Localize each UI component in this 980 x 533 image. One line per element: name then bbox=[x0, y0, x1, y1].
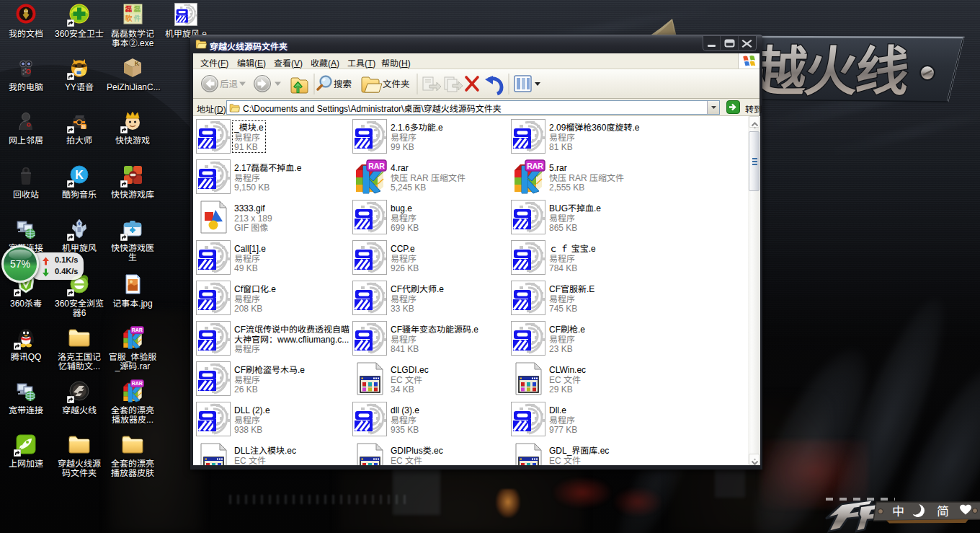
svg-text:中: 中 bbox=[892, 501, 904, 519]
svg-text:K: K bbox=[135, 60, 140, 67]
svg-text:件: 件 bbox=[134, 12, 141, 23]
svg-text:后退: 后退 bbox=[220, 76, 239, 90]
svg-text:越火线: 越火线 bbox=[751, 35, 913, 105]
svg-text:软: 软 bbox=[125, 12, 133, 23]
svg-text:文件夹: 文件夹 bbox=[383, 76, 410, 90]
svg-text:搜索: 搜索 bbox=[334, 76, 352, 90]
svg-text:简: 简 bbox=[937, 501, 949, 519]
svg-text:K: K bbox=[75, 169, 84, 181]
svg-text:拍: 拍 bbox=[81, 123, 86, 130]
